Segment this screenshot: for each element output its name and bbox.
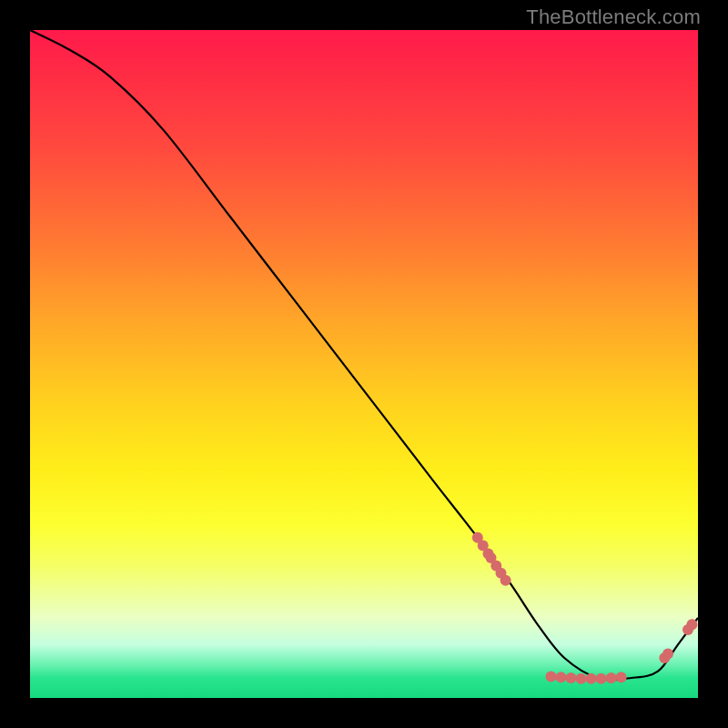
data-marker (586, 673, 597, 684)
plot-area (30, 30, 698, 698)
data-marker (546, 672, 557, 682)
watermark-text: TheBottleneck.com (526, 5, 701, 29)
data-marker (616, 672, 627, 682)
data-marker (606, 672, 617, 683)
data-marker (576, 673, 587, 684)
chart-stage: TheBottleneck.com (0, 0, 728, 728)
data-marker (566, 672, 577, 683)
data-marker (556, 672, 567, 682)
bottleneck-curve (30, 30, 698, 680)
data-marker (686, 619, 697, 630)
data-marker (500, 575, 511, 586)
data-marker (596, 673, 607, 684)
data-marker (662, 649, 673, 660)
curve-layer (30, 30, 698, 698)
curve-group (30, 30, 698, 684)
